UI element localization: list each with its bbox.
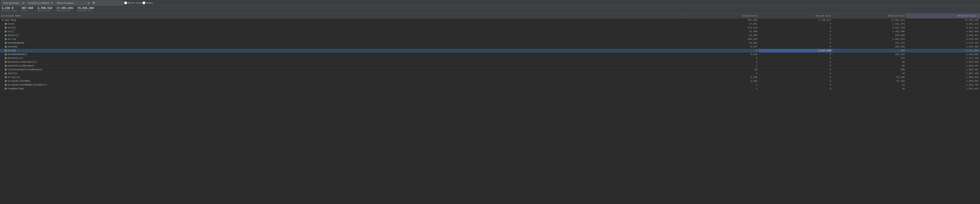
cell-retained: 2,876,152 [906, 41, 980, 45]
cell-retained: 2,092,596 [906, 60, 980, 64]
classes-stat: 4,230 Classes [2, 6, 10, 12]
col-header-native[interactable]: Native Size [759, 14, 832, 18]
table-row[interactable]: HashMap6,6370265,4802,630,596 [0, 45, 980, 49]
cell-retained: 2,167,429 [906, 56, 980, 60]
cell-alloc: 3 [685, 56, 759, 60]
class-icon [5, 88, 7, 90]
class-icon [5, 84, 7, 86]
row-name-text: GroupedLinkedMap$LinkedEntry [8, 84, 47, 86]
search-input[interactable] [92, 1, 123, 5]
count-label: Count [22, 10, 27, 12]
cell-name: int[] [0, 30, 685, 33]
regex-label[interactable]: Regex [143, 2, 153, 4]
cell-alloc: 17,601 [685, 22, 759, 26]
table-row[interactable]: ViewRootImpl40961,833,428 [0, 87, 980, 90]
row-name-text: app heap [5, 19, 16, 21]
class-icon [5, 73, 7, 74]
cell-alloc: 3 [685, 71, 759, 75]
table-body: app heap407,5682,708,51217,501,64174,265… [0, 18, 980, 90]
table-row[interactable]: DexPathList$Element30802,090,187 [0, 64, 980, 68]
cell-name: ClassPathURLStreamHandler [0, 68, 685, 71]
row-name-text: int[] [8, 30, 14, 33]
cell-native: 0 [759, 30, 832, 33]
cell-retained: 2,059,802 [906, 79, 980, 83]
cell-name: byte[] [0, 26, 685, 30]
cell-shallow: 1,601,616 [832, 37, 906, 41]
col-header-alloc[interactable]: Allocations [685, 14, 759, 18]
arrange-select[interactable]: Arrange by callstack Arrange by package [26, 1, 54, 5]
class-icon [5, 53, 7, 55]
cell-shallow: 4,482,408 [832, 30, 906, 33]
cell-name: Bitmap [0, 49, 685, 52]
count-value: 407,568 [22, 6, 33, 10]
class-icon [5, 49, 7, 52]
cell-alloc: 2 [685, 83, 759, 87]
col-header-retained[interactable]: Retained Size ↓ [906, 14, 980, 18]
retained-size-label: Retained Size [77, 10, 92, 12]
table-row[interactable]: byte[]114,31004,911,4104,911,410 [0, 26, 980, 30]
table-row[interactable]: HashMap$Node[]6,5320182,3522,426,802 [0, 52, 980, 56]
table-row[interactable]: Class17,60102,311,4715,031,214 [0, 22, 980, 26]
filter-select[interactable]: Show all classes Show activity/fragment … [55, 1, 91, 5]
row-name-text: HashMap [8, 46, 18, 48]
class-icon [5, 46, 7, 48]
col-header-name[interactable]: Callstack Name [0, 14, 685, 18]
table-row[interactable]: GroupedLinkedMap3,105062,1002,059,802 [0, 79, 980, 83]
view-heap-select[interactable]: View app heap View native heap [1, 1, 25, 5]
cell-native: 2,708,512 [759, 18, 832, 22]
shallow-size-label: Shallow Size [57, 10, 70, 12]
cell-retained: 1,833,428 [906, 87, 980, 90]
table-row[interactable]: ArrayList3,105062,1002,086,809 [0, 75, 980, 79]
table-row[interactable]: String100,10101,601,6163,076,653 [0, 37, 980, 41]
class-icon [5, 80, 7, 82]
cell-alloc: 18,869 [685, 33, 759, 37]
cell-name: ArrayList [0, 75, 685, 79]
cell-retained: 3,076,653 [906, 37, 980, 41]
row-name-text: byte[] [8, 27, 16, 29]
native-size-label: Native Size [38, 10, 50, 12]
row-name-text: GroupedLinkedMap [8, 80, 30, 82]
cell-shallow: 182,352 [832, 52, 906, 56]
table-row[interactable]: Object[]18,8690645,0083,596,411 [0, 33, 980, 37]
row-name-text: DexPathList [8, 57, 23, 60]
table-row[interactable]: DexPathList301442,167,429 [0, 56, 980, 60]
cell-retained: 2,426,802 [906, 52, 980, 56]
cell-alloc: 19,053 [685, 41, 759, 45]
match-case-checkbox[interactable] [124, 2, 127, 4]
table-row[interactable]: ClassPathURLStreamHandler2005002,090,101 [0, 68, 980, 71]
cell-alloc: 6,532 [685, 52, 759, 56]
classes-value: 4,230 [2, 6, 10, 10]
cell-retained: 2,630,596 [906, 45, 980, 49]
cell-retained: 2,086,809 [906, 75, 980, 79]
table-row[interactable]: app heap407,5682,708,51217,501,64174,265… [0, 18, 980, 22]
cell-shallow: 62,100 [832, 75, 906, 79]
cell-shallow: 368 [832, 49, 906, 52]
row-name-text: Object[] [8, 34, 19, 36]
cell-native: 0 [759, 71, 832, 75]
table-row[interactable]: Bitmap82,617,4803682,617,848 [0, 49, 980, 52]
class-icon [5, 34, 7, 36]
match-case-label[interactable]: Match Case [124, 2, 142, 4]
cell-alloc: 20 [685, 68, 759, 71]
col-header-shallow[interactable]: Shallow Size [832, 14, 906, 18]
regex-checkbox[interactable] [143, 2, 145, 4]
count-stat: 407,568 Count [22, 6, 33, 12]
table-row[interactable]: HashMap$Node19,0530457,2722,876,152 [0, 41, 980, 45]
class-icon [5, 61, 7, 63]
native-size-stat: 2,708,512 Native Size [38, 6, 52, 12]
table-row[interactable]: DexPathList$Element[]30962,092,596 [0, 60, 980, 64]
table-row[interactable]: JarFile30482,087,156 [0, 71, 980, 75]
leaks-value: 0 [12, 6, 13, 10]
cell-shallow: 62,100 [832, 79, 906, 83]
cell-native: 0 [759, 26, 832, 30]
class-icon [5, 38, 7, 40]
expand-arrow-icon [2, 19, 4, 21]
table-row[interactable]: GroupedLinkedMap$LinkedEntry20321,833,75… [0, 83, 980, 87]
row-name-text: ArrayList [8, 76, 20, 79]
cell-shallow: 80 [832, 64, 906, 68]
cell-name: DexPathList$Element [0, 64, 685, 68]
shallow-size-stat: 17,501,641 Shallow Size [57, 6, 73, 12]
cell-retained: 4,482,408 [906, 30, 980, 33]
table-row[interactable]: int[]26,99804,482,4084,482,408 [0, 30, 980, 33]
retained-size-value: 74,265,268 [77, 6, 94, 10]
